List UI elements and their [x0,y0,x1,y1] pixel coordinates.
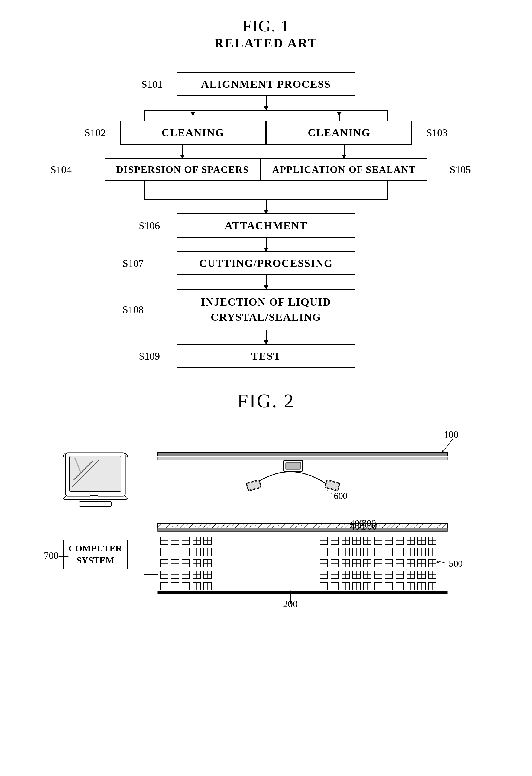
arrow-s103-down [344,145,345,158]
arrow-merge-down [266,200,267,213]
svg-rect-8 [326,480,339,490]
svg-rect-273 [79,502,112,507]
fig1-title: FIG. 1 RELATED ART [54,16,478,50]
label-s108: S108 [123,304,144,316]
ref-700: 700— [44,550,68,561]
svg-text:500: 500 [449,559,463,569]
box-s105: APPLICATION OF SEALANT [260,158,427,181]
fig1-title-main: FIG. 1 [54,16,478,35]
svg-marker-264 [436,561,439,563]
svg-rect-4 [158,457,448,460]
label-s103: S103 [426,127,448,139]
label-s105: S105 [450,164,471,176]
box-s109: TEST [177,344,355,368]
box-s108: INJECTION OF LIQUIDCRYSTAL/SEALING [177,289,355,331]
ref-400: 400 [350,521,365,532]
arrow-s106-down [266,237,267,251]
label-s104: S104 [50,164,71,176]
svg-rect-6 [247,480,261,490]
flowchart: S101 ALIGNMENT PROCESS [54,67,478,368]
fig2-diagram: 100 600 400 300 [55,423,477,667]
svg-rect-269 [69,456,121,491]
split-dispersion-row: S104 DISPERSION OF SPACERS APPLICATION O… [144,145,388,181]
svg-line-1 [442,439,453,453]
svg-rect-10 [286,462,301,469]
label-s106: S106 [139,220,160,232]
computer-system-box: COMPUTER SYSTEM [63,540,128,569]
arrow-s107-down [266,275,267,289]
box-s106: ATTACHMENT [177,213,355,237]
fig2-title-text: FIG. 2 [54,390,478,412]
svg-rect-15 [158,523,448,528]
split-cleaning-row: S102 CLEANING CLEANING S103 [144,113,388,145]
label-s107: S107 [123,257,144,269]
svg-text:600: 600 [334,491,348,501]
computer-monitor-drawing [60,450,136,538]
arrow-s101-down [266,96,267,110]
box-s107: CUTTING/PROCESSING [177,251,355,275]
label-s109: S109 [139,350,160,362]
box-s104: DISPERSION OF SPACERS [105,158,260,181]
box-s101: ALIGNMENT PROCESS [177,72,355,96]
svg-rect-3 [158,452,448,456]
fig1-subtitle: RELATED ART [54,35,478,50]
svg-text:100: 100 [444,429,458,440]
svg-rect-17 [158,528,448,532]
svg-rect-258 [158,591,448,594]
arrow-s108-down [266,331,267,344]
box-s103: CLEANING [266,121,412,145]
label-s101: S101 [141,78,163,90]
box-s102: CLEANING [120,121,266,145]
arrow-s102-down [182,145,183,158]
svg-line-263 [438,561,448,563]
fig1-section: FIG. 1 RELATED ART S101 ALIGNMENT PROCES… [0,0,532,379]
fig2-title: FIG. 2 [54,390,478,412]
fig2-section: FIG. 2 100 600 [0,379,532,678]
label-s102: S102 [84,127,106,139]
